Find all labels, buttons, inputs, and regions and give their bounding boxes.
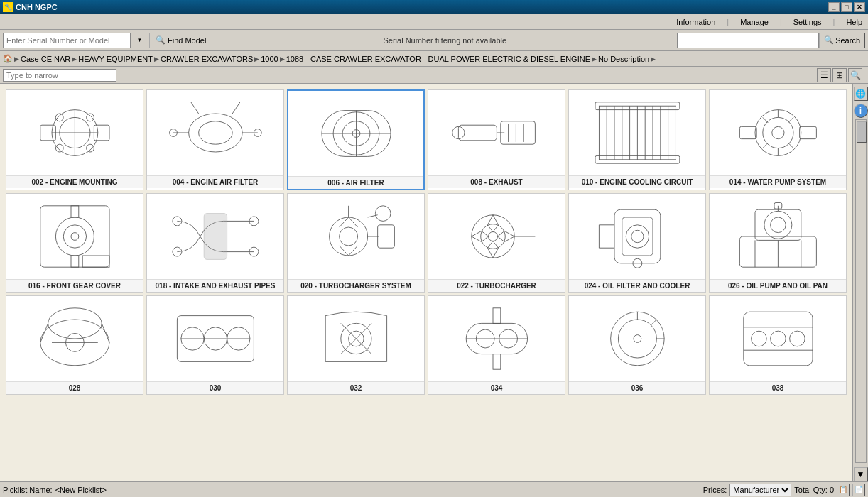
part-card-030[interactable]: 030 [146,295,284,395]
scrollbar-track[interactable] [855,119,867,463]
breadcrumb-item-1[interactable]: HEAVY EQUIPMENT [78,55,153,63]
filter-input[interactable] [3,69,116,82]
menu-manage[interactable]: Manage [740,18,769,26]
svg-line-95 [40,323,48,342]
status-btn-1[interactable]: 📋 [837,484,850,496]
part-image-024 [569,194,705,279]
part-card-020[interactable]: 020 - TURBOCHARGER SYSTEM [287,193,425,293]
svg-line-49 [762,143,768,148]
main-area: 002 - ENGINE MOUNTING004 - ENGINE AIR FI… [0,84,868,481]
window-controls[interactable]: _ □ ✕ [828,2,865,12]
part-label-038: 038 [710,381,846,394]
serial-dropdown-arrow[interactable]: ▼ [134,33,146,48]
part-label-004: 004 - ENGINE AIR FILTER [147,175,283,188]
part-image-020 [288,194,424,279]
breadcrumb: 🏠 ▶ Case CE NAR ▶ HEAVY EQUIPMENT ▶ CRAW… [0,51,868,67]
part-image-026 [710,194,846,279]
globe-icon[interactable]: 🌐 [854,87,868,101]
part-card-038[interactable]: 038 [709,295,847,395]
svg-rect-52 [739,126,756,138]
menu-settings[interactable]: Settings [793,18,822,26]
find-model-button[interactable]: 🔍 Find Model [149,33,212,48]
total-qty: Total Qty: 0 [794,486,834,494]
breadcrumb-item-5[interactable]: No Description [598,55,649,63]
part-label-008: 008 - EXHAUST [428,175,565,188]
svg-rect-59 [82,256,109,267]
breadcrumb-item-4[interactable]: 1088 - CASE CRAWLER EXCAVATOR - DUAL POW… [286,55,590,63]
filter-bar: ☰ ⊞ 🔍 [0,67,868,84]
svg-line-50 [762,117,768,123]
breadcrumb-item-0[interactable]: Case CE NAR [21,55,70,63]
part-card-008[interactable]: 008 - EXHAUST [428,89,565,190]
svg-rect-53 [40,206,109,267]
part-label-002: 002 - ENGINE MOUNTING [6,175,143,188]
menu-help[interactable]: Help [846,18,862,26]
list-view-button[interactable]: ☰ [817,68,831,82]
scrollbar-thumb[interactable] [857,121,867,143]
part-image-038 [710,296,846,381]
part-image-006 [288,91,423,176]
part-image-036 [569,296,705,381]
part-card-006[interactable]: 006 - AIR FILTER [287,89,425,190]
search-container: 🔍 Search [677,33,865,48]
part-card-016[interactable]: 016 - FRONT GEAR COVER [6,193,143,293]
app-icon: 🔧 [3,2,13,12]
svg-point-115 [618,320,656,358]
part-card-004[interactable]: 004 - ENGINE AIR FILTER [146,89,284,190]
part-card-014[interactable]: 014 - WATER PUMP SYSTEM [709,89,847,190]
svg-line-17 [232,102,240,114]
part-label-020: 020 - TURBOCHARGER SYSTEM [288,279,424,292]
part-card-034[interactable]: 034 [428,295,565,395]
part-card-022[interactable]: 022 - TURBOCHARGER [428,193,565,293]
part-card-026[interactable]: 026 - OIL PUMP AND OIL PAN [709,193,847,293]
close-button[interactable]: ✕ [854,2,865,12]
minimize-button[interactable]: _ [828,2,840,12]
maximize-button[interactable]: □ [841,2,852,12]
svg-point-65 [329,217,367,256]
toolbar: ▼ 🔍 Find Model Serial Number filtering n… [0,30,868,51]
svg-point-44 [771,126,783,138]
part-label-006: 006 - AIR FILTER [288,176,423,189]
part-card-002[interactable]: 002 - ENGINE MOUNTING [6,89,143,190]
grid-view-button[interactable]: ⊞ [832,68,847,82]
svg-point-116 [634,335,641,343]
part-card-024[interactable]: 024 - OIL FILTER AND COOLER [568,193,706,293]
svg-point-125 [789,331,805,346]
svg-point-11 [198,121,232,144]
svg-point-74 [488,232,497,241]
svg-rect-69 [377,225,394,248]
part-card-036[interactable]: 036 [568,295,706,395]
search-button[interactable]: 🔍 Search [819,33,865,48]
part-label-016: 016 - FRONT GEAR COVER [6,279,143,292]
part-label-014: 014 - WATER PUMP SYSTEM [710,175,846,188]
part-card-032[interactable]: 032 [287,295,425,395]
part-image-030 [147,296,283,381]
svg-rect-64 [204,214,227,260]
part-image-032 [288,296,424,381]
prices-select[interactable]: ManufacturerDealerRetail [729,484,791,496]
breadcrumb-item-2[interactable]: CRAWLER EXCAVATORS [161,55,253,63]
svg-point-6 [55,144,63,152]
svg-point-5 [86,114,94,121]
scroll-down-icon[interactable]: ▼ [854,467,868,481]
right-panel: 🌐 i ▼ [852,84,868,481]
svg-point-7 [86,144,94,152]
menu-information[interactable]: Information [676,18,715,26]
svg-point-4 [55,114,63,121]
status-btn-2[interactable]: 📄 [852,484,865,496]
part-card-010[interactable]: 010 - ENGINE COOLING CIRCUIT [568,89,706,190]
search-input[interactable] [677,33,819,48]
part-image-004 [147,90,283,175]
svg-rect-85 [755,209,801,240]
info-icon[interactable]: i [854,104,868,118]
zoom-view-button[interactable]: 🔍 [848,68,862,82]
svg-rect-77 [622,217,652,256]
part-card-018[interactable]: 018 - INTAKE AND EXHAUST PIPES [146,193,284,293]
svg-rect-24 [458,125,497,141]
part-card-028[interactable]: 028 [6,295,143,395]
serial-input[interactable] [3,33,131,48]
breadcrumb-item-3[interactable]: 1000 [261,55,278,63]
breadcrumb-home-icon[interactable]: 🏠 [3,54,13,63]
picklist-label: Picklist Name: [3,486,53,494]
svg-rect-112 [493,308,501,324]
